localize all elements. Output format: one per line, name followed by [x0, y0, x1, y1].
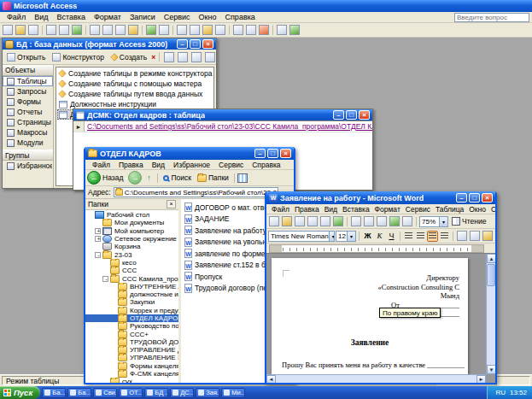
- font-size-combo[interactable]: 12: [336, 231, 356, 242]
- menu-view[interactable]: Вид: [148, 161, 169, 169]
- menu-records[interactable]: Записи: [126, 13, 160, 21]
- delete-record-icon[interactable]: [258, 24, 270, 36]
- new-record-icon[interactable]: [245, 24, 257, 36]
- taskbar-button[interactable]: ОТ...: [119, 388, 143, 398]
- undo-icon[interactable]: [389, 215, 400, 227]
- copy-icon[interactable]: [102, 24, 114, 36]
- menu-tools[interactable]: Сервис: [403, 205, 433, 214]
- menu-help[interactable]: Справка: [488, 205, 497, 214]
- vertical-scrollbar[interactable]: ▲ ▼: [486, 254, 495, 374]
- print-icon[interactable]: [45, 24, 57, 36]
- hyperlink-icon[interactable]: [158, 24, 170, 36]
- views-icon[interactable]: [237, 173, 248, 183]
- align-left-button[interactable]: [403, 231, 414, 242]
- menu-format[interactable]: Формат: [372, 205, 403, 214]
- menu-table[interactable]: Таблица: [433, 205, 466, 214]
- tree-item-audits[interactable]: ВНУТРЕННИЕ АУДИТЫ: [85, 283, 178, 290]
- tree-item-23-03[interactable]: 23-03: [85, 250, 178, 258]
- design-button[interactable]: Конструктор: [50, 50, 106, 63]
- language-indicator[interactable]: RU: [495, 389, 506, 396]
- start-button[interactable]: Пуск: [0, 386, 40, 399]
- tree-item-suh[interactable]: сух: [85, 378, 178, 383]
- menu-help[interactable]: Справка: [248, 161, 284, 169]
- menu-edit[interactable]: Правка: [114, 161, 148, 169]
- menu-tools[interactable]: Сервис: [214, 161, 248, 169]
- taskbar-button[interactable]: Сви...: [93, 388, 117, 398]
- list-item[interactable]: Создание таблицы с помощью мастера: [57, 79, 213, 89]
- tree-item-quality-manual[interactable]: Руководство по качеству: [85, 322, 178, 330]
- copy-icon[interactable]: [363, 215, 375, 227]
- close-button[interactable]: [482, 193, 493, 202]
- menu-window[interactable]: Окно: [466, 205, 488, 214]
- expander-minus-icon[interactable]: [95, 252, 101, 258]
- print-preview-icon[interactable]: [58, 24, 70, 36]
- taskbar-button[interactable]: Зая...: [196, 388, 219, 398]
- folder-hyperlink[interactable]: C:\Documents and Settings\ss\Рабочий сто…: [87, 122, 372, 131]
- delete-icon[interactable]: [151, 53, 155, 62]
- tree-item-fsmk[interactable]: Ф-СМК канцелярия: [85, 370, 178, 378]
- details-view-icon[interactable]: [204, 51, 216, 63]
- print-preview-icon[interactable]: [319, 215, 331, 227]
- scroll-left-icon[interactable]: ◄: [266, 375, 276, 383]
- reading-mode-button[interactable]: Чтение: [449, 215, 488, 228]
- tree-item-keso[interactable]: кесо: [85, 259, 178, 267]
- font-dropdown-icon[interactable]: [329, 232, 335, 241]
- tree-item-office-forms[interactable]: Формы канцелярия: [85, 362, 178, 370]
- object-queries[interactable]: Запросы: [3, 86, 53, 97]
- justify-button[interactable]: [439, 231, 450, 242]
- menu-edit[interactable]: Правка: [292, 205, 322, 214]
- minimize-button[interactable]: [456, 193, 467, 202]
- menu-format[interactable]: Формат: [90, 13, 126, 21]
- redo-icon[interactable]: [401, 215, 413, 227]
- bold-button[interactable]: Ж: [362, 231, 373, 242]
- expander-plus-icon[interactable]: [95, 228, 101, 234]
- paste-icon[interactable]: [376, 215, 388, 227]
- minimize-button[interactable]: [333, 110, 344, 120]
- close-pane-icon[interactable]: [167, 200, 176, 208]
- new-icon[interactable]: [268, 215, 280, 227]
- find-icon[interactable]: [232, 24, 244, 36]
- maximize-button[interactable]: [190, 39, 201, 49]
- object-forms[interactable]: Формы: [3, 97, 53, 107]
- menu-file[interactable]: Файл: [269, 205, 292, 214]
- object-tables[interactable]: Таблицы: [3, 76, 53, 86]
- spelling-icon[interactable]: [332, 215, 344, 227]
- cut-icon[interactable]: [350, 215, 362, 227]
- tree-item-labor-contract[interactable]: ТРУДОВОЙ ДОГОВОР: [85, 338, 178, 346]
- help-icon[interactable]: [289, 24, 301, 36]
- list-item[interactable]: Создание таблицы в режиме конструктора: [57, 68, 213, 79]
- filter-by-selection-icon[interactable]: [202, 24, 213, 36]
- font-name-combo[interactable]: Times New Roman: [268, 231, 335, 242]
- expander-minus-icon[interactable]: [102, 276, 108, 282]
- tree-item-doc-management[interactable]: УПРАВЛЕНИЕ ДОКУМЕНТ: [85, 346, 178, 354]
- menu-tools[interactable]: Сервис: [160, 13, 195, 21]
- menu-view[interactable]: Вид: [30, 13, 52, 21]
- maximize-button[interactable]: [469, 193, 480, 202]
- undo-icon[interactable]: [145, 24, 157, 36]
- open-icon[interactable]: [281, 215, 293, 227]
- tree-item-desktop[interactable]: Рабочий стол: [85, 211, 178, 219]
- tree-item-instructions[interactable]: должностные инструкции: [85, 290, 178, 298]
- menu-file[interactable]: Файл: [3, 13, 30, 21]
- menu-insert[interactable]: Вставка: [52, 13, 89, 21]
- tree-item-records-management[interactable]: УПРАВЛЕНИЕ ЗАПИСЯМИ: [85, 354, 178, 361]
- scrollbar-thumb[interactable]: [487, 264, 495, 286]
- numbering-icon[interactable]: [456, 230, 468, 242]
- scroll-down-icon[interactable]: ▼: [487, 365, 495, 374]
- zoom-dropdown-icon[interactable]: [439, 217, 447, 226]
- tree-item-sss-plus[interactable]: ССС+: [85, 330, 178, 337]
- forward-button[interactable]: [128, 171, 142, 185]
- tree-item-sss-kamila[interactable]: ССС Камила_программа: [85, 274, 178, 282]
- taskbar-button[interactable]: Ми...: [221, 388, 245, 398]
- tree-item-network[interactable]: Сетевое окружение: [85, 235, 178, 243]
- menu-insert[interactable]: Вставка: [340, 205, 372, 214]
- record-selector[interactable]: [73, 121, 85, 132]
- cut-icon[interactable]: [89, 24, 101, 36]
- open-object-button[interactable]: Открыть: [4, 50, 48, 63]
- filter-icon[interactable]: [214, 24, 226, 36]
- horizontal-ruler[interactable]: [269, 244, 484, 253]
- tree-item-purchases[interactable]: Закупки: [85, 298, 178, 306]
- menu-favorites[interactable]: Избранное: [169, 161, 214, 169]
- size-dropdown-icon[interactable]: [347, 232, 355, 241]
- tree-item-corrective[interactable]: Коррек и предуп действия: [85, 307, 178, 314]
